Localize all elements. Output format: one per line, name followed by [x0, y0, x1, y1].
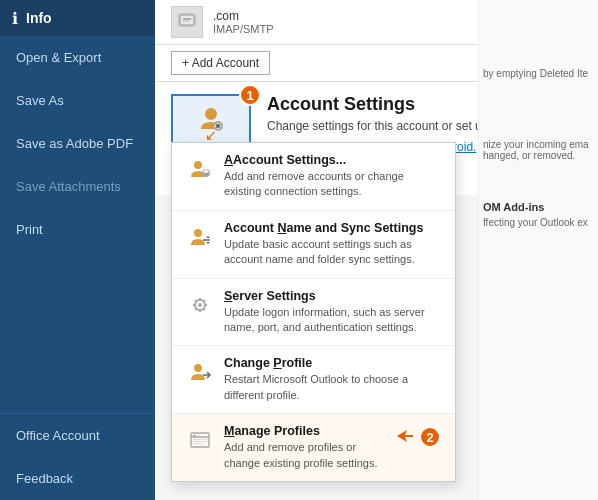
right-panel-text-3: hanged, or removed.	[483, 150, 594, 161]
account-settings-icon	[196, 104, 226, 134]
sidebar-header: ℹ Info	[0, 0, 155, 36]
manage-profiles-icon	[186, 426, 214, 454]
sidebar-item-save-adobe-pdf[interactable]: Save as Adobe PDF	[0, 122, 155, 165]
svg-point-4	[205, 108, 217, 120]
dropdown-item-name-sync-desc: Update basic account settings such as ac…	[224, 237, 441, 268]
dropdown-item-change-profile-title: Change Profile	[224, 356, 441, 370]
main-content: .com IMAP/SMTP + Add Account	[155, 0, 598, 500]
svg-point-13	[198, 303, 202, 307]
info-icon: ℹ	[12, 9, 18, 28]
dropdown-item-manage-profiles[interactable]: Manage Profiles Add and remove profiles …	[172, 414, 455, 481]
svg-rect-1	[181, 16, 193, 24]
step2-arrow-icon	[395, 426, 415, 446]
svg-line-18	[195, 300, 197, 302]
right-panel-text-2: nize your incoming ema	[483, 139, 594, 150]
dropdown-item-name-sync-title: Account Name and Sync Settings	[224, 221, 441, 235]
account-settings-dropdown: AAccount Settings... Add and remove acco…	[171, 142, 456, 482]
sidebar-title: Info	[26, 10, 52, 26]
svg-point-7	[194, 161, 202, 169]
server-settings-icon	[186, 291, 214, 319]
dropdown-item-manage-profiles-desc: Add and remove profiles or change existi…	[224, 440, 385, 471]
dropdown-item-account-settings-desc: Add and remove accounts or change existi…	[224, 169, 441, 200]
change-profile-icon	[186, 358, 214, 386]
right-panel-text-1: by emptying Deleted Ite	[483, 68, 594, 79]
step-2-badge: 2	[419, 426, 441, 448]
sidebar-item-office-account[interactable]: Office Account	[0, 414, 155, 457]
dropdown-item-manage-profiles-text: Manage Profiles Add and remove profiles …	[224, 424, 385, 471]
account-type: IMAP/SMTP	[213, 23, 274, 35]
right-panel-text-5: ffecting your Outlook ex	[483, 217, 594, 228]
dropdown-item-change-profile-text: Change Profile Restart Microsoft Outlook…	[224, 356, 441, 403]
dropdown-item-server-settings-title: Server Settings	[224, 289, 441, 303]
svg-line-20	[204, 300, 206, 302]
dropdown-item-name-sync-text: Account Name and Sync Settings Update ba…	[224, 221, 441, 268]
dropdown-item-server-settings[interactable]: Server Settings Update logon information…	[172, 279, 455, 347]
sidebar-item-feedback[interactable]: Feedback	[0, 457, 155, 500]
svg-rect-26	[193, 435, 196, 436]
svg-point-22	[194, 364, 202, 372]
dropdown-item-name-sync[interactable]: Account Name and Sync Settings Update ba…	[172, 211, 455, 279]
right-panel-text-4: OM Add-ins	[483, 201, 594, 213]
dropdown-item-server-settings-desc: Update logon information, such as server…	[224, 305, 441, 336]
sidebar-spacer	[0, 251, 155, 413]
step-1-badge: 1	[239, 84, 261, 106]
dropdown-item-account-settings-title: AAccount Settings...	[224, 153, 441, 167]
sidebar-item-open-export[interactable]: Open & Export	[0, 36, 155, 79]
name-sync-icon	[186, 223, 214, 251]
sidebar-item-save-attachments: Save Attachments	[0, 165, 155, 208]
dropdown-item-account-settings-text: AAccount Settings... Add and remove acco…	[224, 153, 441, 200]
svg-rect-27	[193, 439, 207, 440]
svg-line-21	[195, 308, 197, 310]
dropdown-item-server-settings-text: Server Settings Update logon information…	[224, 289, 441, 336]
svg-point-10	[194, 229, 202, 237]
svg-line-19	[204, 308, 206, 310]
dropdown-item-change-profile-desc: Restart Microsoft Outlook to choose a di…	[224, 372, 441, 403]
account-settings-menu-icon	[186, 155, 214, 183]
sidebar-item-print[interactable]: Print	[0, 208, 155, 251]
account-email: .com	[213, 9, 274, 23]
sidebar-item-save-as[interactable]: Save As	[0, 79, 155, 122]
dropdown-item-manage-profiles-title: Manage Profiles	[224, 424, 385, 438]
svg-rect-29	[193, 443, 203, 444]
add-account-button[interactable]: + Add Account	[171, 51, 270, 75]
dropdown-item-account-settings[interactable]: AAccount Settings... Add and remove acco…	[172, 143, 455, 211]
account-icon	[171, 6, 203, 38]
sidebar-bottom: Office Account Feedback	[0, 413, 155, 500]
account-info: .com IMAP/SMTP	[213, 9, 274, 35]
right-panel: by emptying Deleted Ite nize your incomi…	[478, 0, 598, 500]
sidebar: ℹ Info Open & Export Save As Save as Ado…	[0, 0, 155, 500]
svg-point-6	[216, 124, 220, 128]
dropdown-item-change-profile[interactable]: Change Profile Restart Microsoft Outlook…	[172, 346, 455, 414]
svg-rect-28	[193, 441, 207, 442]
